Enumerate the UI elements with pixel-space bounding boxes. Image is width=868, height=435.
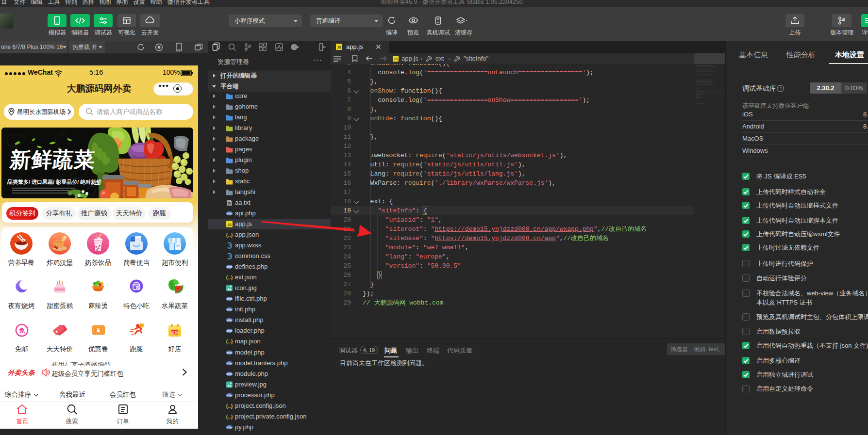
svg-text:JS: JS [337, 46, 341, 49]
svg-text:JS: JS [394, 57, 398, 61]
svg-text:php: php [226, 308, 232, 311]
svg-text:免: 免 [19, 327, 26, 334]
svg-text:php: php [226, 265, 232, 268]
svg-text:{..}: {..} [226, 403, 233, 409]
svg-text:{..}: {..} [226, 232, 233, 238]
svg-text:{..}: {..} [226, 338, 233, 344]
svg-text:php: php [226, 297, 232, 300]
svg-text:php: php [226, 362, 232, 365]
svg-text:JS: JS [227, 223, 232, 227]
svg-text:php: php [226, 351, 232, 354]
svg-text:php: php [226, 330, 232, 333]
svg-text:{..}: {..} [226, 414, 233, 419]
svg-text:新鲜蔬菜: 新鲜蔬菜 [9, 148, 96, 171]
svg-text:?: ? [779, 86, 782, 91]
svg-text:品类繁多/ 进口果蔬/ 彰显品位/ 绝对新鲜: 品类繁多/ 进口果蔬/ 彰显品位/ 绝对新鲜 [7, 179, 101, 185]
svg-text:签到: 签到 [171, 331, 179, 335]
svg-text:¥: ¥ [97, 327, 100, 334]
svg-text:php: php [226, 319, 232, 322]
svg-text:php: php [226, 372, 232, 375]
svg-text:{..}: {..} [226, 274, 233, 280]
svg-text:php: php [226, 426, 232, 429]
svg-text:php: php [226, 394, 232, 397]
svg-text:php: php [226, 212, 232, 215]
